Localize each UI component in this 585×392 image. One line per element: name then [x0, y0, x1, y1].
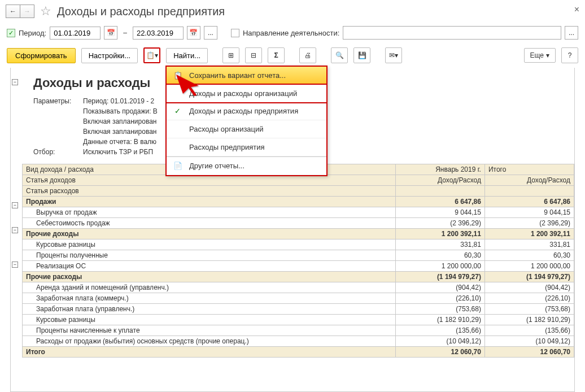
generate-button[interactable]: Сформировать [7, 48, 76, 63]
param-line: Данные отчета: В валю [83, 137, 156, 147]
row-value: (904,42) [484, 282, 574, 293]
period-checkbox[interactable]: ✓ [7, 29, 15, 37]
row-value: 12 060,70 [395, 347, 484, 358]
table-row[interactable]: Проценты полученные60,3060,30 [23, 250, 574, 261]
preview-icon[interactable]: 🔍 [331, 47, 348, 63]
filter-text: Исключить ТЗР и РБП [83, 147, 153, 157]
expand-icon[interactable]: ⊞ [222, 47, 239, 63]
row-name: Курсовые разницы [23, 315, 396, 325]
find-button[interactable]: Найти... [166, 48, 208, 63]
table-row[interactable]: Расходы от продажи (выбытия) основных ср… [23, 336, 574, 347]
activity-label: Направление деятельности: [243, 29, 339, 37]
mail-icon[interactable]: ✉▾ [385, 47, 402, 63]
param-line: Включая запланирован [83, 116, 156, 127]
date-from-input[interactable] [50, 27, 101, 40]
outline-toggle[interactable]: − [12, 262, 18, 268]
row-name: Прочие расходы [23, 272, 396, 282]
outline-toggle[interactable]: − [12, 202, 18, 208]
row-name: Продажи [23, 197, 396, 207]
row-value: 9 044,15 [484, 207, 574, 218]
row-value: (904,42) [395, 282, 484, 293]
row-value: 6 647,86 [395, 197, 484, 207]
favorite-icon[interactable]: ☆ [40, 4, 51, 19]
param-line: Включая запланирован [83, 127, 156, 137]
activity-input[interactable] [343, 26, 561, 40]
row-value: (226,10) [484, 293, 574, 304]
save-icon[interactable]: 💾 [353, 47, 370, 63]
period-more-button[interactable]: ... [204, 26, 217, 40]
table-row[interactable]: Курсовые разницы(1 182 910,29)(1 182 910… [23, 315, 574, 325]
table-row[interactable]: Выручка от продаж9 044,159 044,15 [23, 207, 574, 218]
row-value: (1 194 979,27) [484, 272, 574, 282]
table-row[interactable]: Продажи6 647,866 647,86 [23, 197, 574, 207]
dd-other-reports[interactable]: 📄 Другие отчеты... [167, 156, 326, 175]
row-value: 60,30 [395, 250, 484, 261]
table-row[interactable]: Заработная плата (коммерч.)(226,10)(226,… [23, 293, 574, 304]
table-row[interactable]: Проценты начисленные к уплате(135,66)(13… [23, 325, 574, 336]
row-name: Проценты начисленные к уплате [23, 325, 396, 336]
row-value: 12 060,70 [484, 347, 574, 358]
table-row[interactable]: Курсовые разницы331,81331,81 [23, 239, 574, 250]
close-icon[interactable]: × [574, 5, 579, 15]
date-to-input[interactable] [133, 27, 184, 40]
activity-more-button[interactable]: ... [565, 26, 578, 40]
date-separator: – [123, 29, 127, 37]
row-value: (2 396,29) [395, 218, 484, 229]
dd-save-variant[interactable]: 📋 Сохранить вариант отчета... [167, 67, 326, 85]
table-row[interactable]: Прочие доходы1 200 392,111 200 392,11 [23, 229, 574, 239]
row-name: Себестоимость продаж [23, 218, 396, 229]
row-value: (1 182 910,29) [484, 315, 574, 325]
row-name: Расходы от продажи (выбытия) основных ср… [23, 336, 396, 347]
param-line: Показывать продажи: В [83, 106, 158, 116]
table-row[interactable]: Себестоимость продаж(2 396,29)(2 396,29) [23, 218, 574, 229]
row-value: 331,81 [484, 239, 574, 250]
col-header: Январь 2019 г. [395, 164, 484, 175]
row-value: (10 049,12) [484, 336, 574, 347]
row-value: (753,68) [395, 304, 484, 315]
row-name: Выручка от продаж [23, 207, 396, 218]
row-name: Прочие доходы [23, 229, 396, 239]
row-name: Заработная плата (коммерч.) [23, 293, 396, 304]
col-subheader: Статья расходов [23, 186, 396, 197]
table-row[interactable]: Заработная плата (управленч.)(753,68)(75… [23, 304, 574, 315]
help-icon[interactable]: ? [561, 47, 578, 63]
table-row[interactable]: Реализация ОС1 200 000,001 200 000,00 [23, 261, 574, 272]
print-icon[interactable]: 🖨 [299, 47, 316, 63]
row-value: 1 200 392,11 [484, 229, 574, 239]
dd-item-expenses-org[interactable]: Расходы организаций [167, 120, 326, 138]
page-title: Доходы и расходы предприятия [57, 5, 225, 18]
dd-item-org[interactable]: Доходы и расходы организаций [165, 84, 328, 103]
activity-checkbox[interactable] [231, 29, 239, 37]
row-name: Аренда зданий и помещений (управленч.) [23, 282, 396, 293]
param-line: Период: 01.01.2019 - 2 [83, 96, 154, 106]
settings-button[interactable]: Настройки... [81, 48, 138, 63]
table-row[interactable]: Итого12 060,7012 060,70 [23, 347, 574, 358]
row-value: 1 200 000,00 [395, 261, 484, 272]
calendar-to-icon[interactable]: 📅 [187, 26, 200, 40]
collapse-icon[interactable]: ⊟ [245, 47, 262, 63]
table-row[interactable]: Аренда зданий и помещений (управленч.)(9… [23, 282, 574, 293]
outline-toggle[interactable]: − [12, 227, 18, 233]
other-reports-icon: 📄 [173, 162, 182, 170]
outline-toggle[interactable]: − [12, 79, 18, 85]
row-value: (1 194 979,27) [395, 272, 484, 282]
check-icon: ✓ [174, 107, 181, 115]
row-value: (753,68) [484, 304, 574, 315]
back-button[interactable]: ← [6, 5, 20, 18]
col-subheader: Доход/Расход [395, 175, 484, 186]
row-name: Реализация ОС [23, 261, 396, 272]
row-value: 60,30 [484, 250, 574, 261]
dd-item-expenses-ent[interactable]: Расходы предприятия [167, 138, 326, 156]
row-value: (135,66) [395, 325, 484, 336]
col-subheader: Доход/Расход [484, 175, 574, 186]
table-row[interactable]: Прочие расходы(1 194 979,27)(1 194 979,2… [23, 272, 574, 282]
forward-button[interactable]: → [20, 5, 34, 18]
variants-dropdown-button[interactable]: 📋▾ [143, 47, 160, 63]
more-button[interactable]: Еще ▾ [524, 48, 556, 63]
dd-item-enterprise[interactable]: ✓ Доходы и расходы предприятия [167, 102, 326, 120]
row-name: Итого [23, 347, 396, 358]
row-name: Курсовые разницы [23, 239, 396, 250]
calendar-from-icon[interactable]: 📅 [104, 26, 117, 40]
sum-icon[interactable]: Σ [268, 47, 285, 63]
row-value: 1 200 392,11 [395, 229, 484, 239]
